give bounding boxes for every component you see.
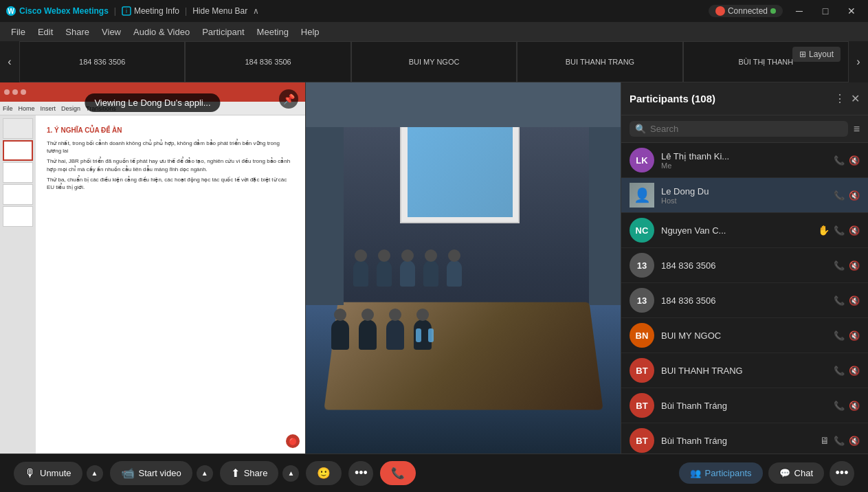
participant-item[interactable]: BT Bùi Thanh Tráng 📞 🔇 <box>621 388 868 423</box>
phone-icon: 📞 <box>834 295 845 306</box>
unmute-btn[interactable]: 🎙 Unmute <box>14 462 82 485</box>
panel-header: Participants (108) ⋮ ✕ <box>621 82 868 115</box>
connected-badge: Connected <box>709 5 783 17</box>
minimize-btn[interactable]: ─ <box>788 3 810 19</box>
participant-info: Bùi Thanh Tráng <box>661 436 820 446</box>
sort-btn[interactable]: ≡ <box>854 123 860 135</box>
screen-icon: 🖥 <box>820 435 830 446</box>
participant-item[interactable]: BT Bùi Thanh Tráng 🖥 📞 🔇 <box>621 423 868 454</box>
avatar: BT <box>630 393 654 418</box>
menu-edit[interactable]: Edit <box>32 25 58 39</box>
person-6 <box>331 320 349 350</box>
left-wall <box>306 127 344 305</box>
app-logo: W Cisco Webex Meetings <box>5 5 109 16</box>
search-input[interactable] <box>650 124 843 134</box>
connected-dot <box>770 8 776 14</box>
person-2 <box>377 260 392 287</box>
participant-item[interactable]: BT BUI THANH TRANG 📞 🔇 <box>621 353 868 388</box>
slide-thumb-4[interactable] <box>3 184 33 205</box>
ppt-dot-2 <box>12 89 18 95</box>
unmute-caret[interactable]: ▲ <box>87 465 103 482</box>
participant-item[interactable]: NC Nguyen Van C... ✋ 📞 🔇 <box>621 213 868 248</box>
avatar-initials: BT <box>636 436 647 446</box>
avatar-initials: BN <box>636 331 649 341</box>
pin-icon[interactable]: 📌 <box>279 89 298 109</box>
phone-icon: 📞 <box>834 331 845 341</box>
participants-list: LK Lê Thị thanh Ki... Me 📞 🔇 👤 Le Dong D… <box>621 143 868 454</box>
panel-close-btn[interactable]: ✕ <box>851 92 860 105</box>
participant-item[interactable]: 13 184 836 3506 📞 🔇 <box>621 283 868 318</box>
participant-info: Bùi Thanh Tráng <box>661 401 834 411</box>
emoji-btn[interactable]: 🙂 <box>306 461 342 485</box>
chevron-icon: ∧ <box>253 6 259 16</box>
participant-item[interactable]: 13 184 836 3506 📞 🔇 <box>621 248 868 283</box>
participant-icons: 📞 🔇 <box>834 155 860 166</box>
person-7 <box>359 320 377 350</box>
hide-menu-btn[interactable]: Hide Menu Bar <box>192 6 247 16</box>
hand-icon: ✋ <box>818 225 830 236</box>
participant-item[interactable]: 👤 Le Dong Du Host 📞 🔇 <box>621 178 868 213</box>
close-btn[interactable]: ✕ <box>841 3 863 19</box>
strip-participant-1[interactable]: 184 836 3506 <box>185 41 350 82</box>
meeting-info-btn[interactable]: i Meeting Info <box>122 6 179 16</box>
strip-participant-2[interactable]: BUI MY NGOC <box>351 41 517 82</box>
participants-tab-btn[interactable]: 👥 Participants <box>679 462 763 484</box>
emoji-icon: 🙂 <box>317 467 331 480</box>
layout-btn[interactable]: ⊞ Layout <box>792 47 841 62</box>
projector-screen <box>400 120 520 223</box>
strip-participant-3[interactable]: BUI THANH TRANG <box>517 41 682 82</box>
menu-audio-video[interactable]: Audio & Video <box>128 25 195 39</box>
slide-thumb-2[interactable] <box>3 140 33 161</box>
strip-participant-0[interactable]: 184 836 3506 <box>19 41 185 82</box>
person-3 <box>400 260 415 287</box>
menu-participant[interactable]: Participant <box>197 25 249 39</box>
participant-item[interactable]: LK Lê Thị thanh Ki... Me 📞 🔇 <box>621 143 868 178</box>
slide-thumb-3[interactable] <box>3 162 33 183</box>
participant-icons: 📞 🔇 <box>834 295 860 306</box>
menu-share[interactable]: Share <box>60 25 95 39</box>
avatar-initials: NC <box>636 225 649 236</box>
projector-content <box>408 126 513 216</box>
participant-item[interactable]: BN BUI MY NGOC 📞 🔇 <box>621 318 868 353</box>
slide-thumb-5[interactable] <box>3 206 33 227</box>
strip-prev-btn[interactable]: ‹ <box>0 41 19 82</box>
chat-tab-btn[interactable]: 💬 Chat <box>768 462 824 484</box>
right-wall <box>589 127 621 305</box>
video-caret[interactable]: ▲ <box>197 465 213 482</box>
strip-next-btn[interactable]: › <box>849 41 868 82</box>
menubar: File Edit Share View Audio & Video Parti… <box>0 22 868 41</box>
ppt-slide-panel <box>0 115 36 454</box>
ppt-dot-1 <box>4 89 10 95</box>
maximize-btn[interactable]: □ <box>814 3 836 19</box>
app-share-view: Viewing Le Dong Du's appli... 📌 File Hom… <box>0 82 306 454</box>
participant-name: 184 836 3506 <box>661 260 834 271</box>
participant-info: BUI MY NGOC <box>661 331 834 341</box>
participant-role: Me <box>661 161 834 170</box>
slide-thumb-1[interactable] <box>3 118 33 139</box>
participant-icons: 📞 🔇 <box>834 260 860 271</box>
recording-btn[interactable] <box>715 6 725 16</box>
menu-file[interactable]: File <box>5 25 31 39</box>
menu-meeting[interactable]: Meeting <box>252 25 294 39</box>
start-video-btn[interactable]: 📹 Start video <box>110 461 192 485</box>
mute-icon: 🔇 <box>849 260 860 271</box>
avatar-initials: BT <box>636 401 647 411</box>
avatar-initials: 13 <box>637 260 647 271</box>
person-5 <box>447 260 462 287</box>
share-btn[interactable]: ⬆ Share <box>220 461 279 485</box>
slide-title: 1. Ý NGHĨA CỦA ĐỀ ÀN <box>47 126 294 134</box>
participant-name: 184 836 3506 <box>661 295 834 306</box>
share-caret[interactable]: ▲ <box>282 465 299 482</box>
ppt-dot-3 <box>21 89 26 95</box>
panel-options-btn[interactable]: ⋮ <box>834 92 845 105</box>
participant-icons: 📞 🔇 <box>834 190 860 201</box>
menu-help[interactable]: Help <box>296 25 325 39</box>
search-bar: 🔍 ≡ <box>621 115 868 143</box>
toolbar-more-btn[interactable]: ••• <box>830 461 854 486</box>
end-call-icon: 📞 <box>391 467 405 480</box>
participant-icons: 📞 🔇 <box>834 331 860 341</box>
more-btn[interactable]: ••• <box>348 461 373 486</box>
menu-view[interactable]: View <box>96 25 126 39</box>
avatar-initials: 13 <box>637 295 647 306</box>
end-call-btn[interactable]: 📞 <box>380 461 416 485</box>
